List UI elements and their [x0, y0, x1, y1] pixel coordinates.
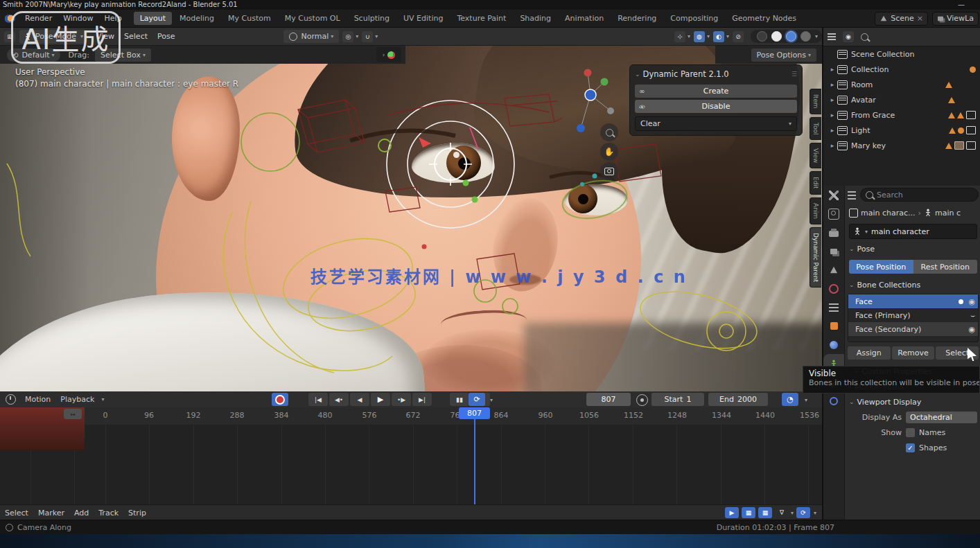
screen-icon[interactable]: [966, 111, 976, 119]
filter-funnel-icon[interactable]: ∇: [775, 507, 789, 518]
tab-tool[interactable]: [823, 186, 844, 204]
workspace-tab-uv-editing[interactable]: UV Editing: [397, 12, 449, 25]
footer-menu-marker[interactable]: Marker: [33, 509, 69, 518]
armature-name-field[interactable]: ▾ main character: [849, 224, 977, 239]
play-reverse-button[interactable]: ◀: [350, 393, 369, 406]
outliner-row-collection[interactable]: ▸ Collection: [823, 62, 980, 77]
3d-viewport[interactable]: ✋ User Perspective (807) main character …: [0, 46, 822, 391]
breadcrumb-object[interactable]: main charac...: [861, 209, 916, 218]
timeline-ruler[interactable]: 0 96 192 288 384 480 576 672 768 864 960…: [0, 407, 822, 425]
image-icon[interactable]: [954, 141, 964, 150]
tab-view-layer[interactable]: [823, 242, 844, 260]
visibility-eye-icon[interactable]: ◉: [968, 325, 975, 334]
pan-hand-icon[interactable]: ✋: [600, 143, 618, 161]
footer-menu-add[interactable]: Add: [69, 509, 94, 518]
remove-button[interactable]: Remove: [892, 346, 935, 360]
tab-object[interactable]: [823, 317, 844, 335]
armature-icon[interactable]: [945, 143, 952, 149]
camera-view-icon[interactable]: [600, 162, 618, 180]
start-frame-field[interactable]: Start1: [651, 393, 704, 406]
auto-key-button[interactable]: [272, 393, 288, 406]
tab-physics[interactable]: [823, 335, 844, 354]
panel-drag-handle[interactable]: ☰: [791, 71, 797, 78]
search-icon[interactable]: [861, 33, 868, 41]
solo-dot-icon[interactable]: [959, 299, 963, 304]
menu-pose[interactable]: Pose: [152, 32, 180, 41]
end-frame-field[interactable]: End2000: [708, 393, 768, 406]
expand-icon[interactable]: ▸: [828, 112, 837, 118]
scene-unlink-icon[interactable]: ×: [917, 14, 923, 23]
visibility-eye-closed-icon[interactable]: ⌣: [970, 311, 975, 320]
rest-position-button[interactable]: Rest Position: [913, 260, 978, 274]
chevron-down-icon[interactable]: ⌄: [635, 71, 640, 78]
armature-icon[interactable]: [945, 82, 952, 88]
sidebar-tab-anim[interactable]: Anim: [810, 197, 821, 224]
properties-editor-icon[interactable]: [848, 191, 856, 200]
sidebar-tab-tool[interactable]: Tool: [810, 117, 821, 140]
bone-collections-panel-header[interactable]: ⌄ Bone Collections: [845, 277, 980, 292]
transform-orientation-dropdown[interactable]: Normal ▾: [283, 30, 339, 43]
assign-button[interactable]: Assign: [848, 346, 891, 360]
timeline-menu-playback[interactable]: Playback: [55, 395, 99, 404]
workspace-tab-my-custom-ol[interactable]: My Custom OL: [279, 12, 347, 25]
expand-icon[interactable]: ▸: [828, 127, 837, 134]
workspace-tab-my-custom[interactable]: My Custom: [222, 12, 277, 25]
outliner-row-avatar[interactable]: ▸ Avatar: [823, 92, 980, 107]
create-button[interactable]: ∞ Create: [635, 85, 797, 98]
bone-collection-face[interactable]: Face ◉: [848, 294, 978, 308]
screen-icon[interactable]: [966, 141, 976, 150]
workspace-tab-geometry-nodes[interactable]: Geometry Nodes: [726, 12, 803, 25]
workspace-tab-texture-paint[interactable]: Texture Paint: [450, 12, 512, 25]
playhead-line[interactable]: [474, 419, 475, 504]
playhead-frame-badge[interactable]: 807: [459, 407, 490, 419]
shading-rendered-icon[interactable]: [800, 31, 811, 42]
breadcrumb-data[interactable]: main c: [935, 209, 961, 218]
playback-sync-button[interactable]: ⟳: [469, 393, 485, 406]
disable-button[interactable]: ⧞ Disable: [635, 100, 797, 113]
outliner-row-room[interactable]: ▸ Room: [823, 77, 980, 92]
prev-keyframe-button[interactable]: ◀•: [329, 393, 349, 406]
workspace-tab-shading[interactable]: Shading: [514, 12, 557, 25]
workspace-tab-animation[interactable]: Animation: [559, 12, 610, 25]
pose-options-dropdown[interactable]: Pose Options ▾: [751, 48, 816, 62]
names-checkbox[interactable]: [906, 428, 915, 437]
jump-end-button[interactable]: ▶|: [412, 393, 432, 406]
current-frame-field[interactable]: 807: [586, 393, 631, 406]
scroll-handle[interactable]: ↔: [64, 409, 82, 419]
tab-collection[interactable]: [823, 298, 844, 317]
zoom-tool-icon[interactable]: [600, 123, 618, 141]
thumbnail-icon[interactable]: ▦: [758, 507, 772, 518]
tab-render[interactable]: [823, 204, 844, 223]
filter-icon[interactable]: [828, 33, 836, 40]
footer-menu-strip[interactable]: Strip: [123, 509, 151, 518]
thumbnail-icon[interactable]: ▦: [742, 507, 755, 518]
armature-icon[interactable]: [949, 127, 956, 134]
sync-icon[interactable]: ⟳: [796, 507, 810, 518]
solo-track-icon[interactable]: ▶: [725, 507, 739, 518]
bone-collection-face-secondary[interactable]: Face (Secondary) ◉: [848, 322, 978, 336]
sidebar-tab-dynamic-parent[interactable]: Dynamic Parent: [810, 227, 821, 288]
viewport-display-panel-header[interactable]: ⌄ Viewport Display: [845, 394, 980, 409]
clear-dropdown[interactable]: Clear ▾: [635, 116, 797, 131]
snap-button[interactable]: ◔: [782, 393, 798, 406]
armature-icon[interactable]: [948, 112, 955, 118]
shapes-checkbox[interactable]: ✓: [906, 443, 915, 452]
expand-icon[interactable]: ▸: [828, 81, 837, 88]
xray-icon[interactable]: ⊘: [733, 31, 744, 42]
display-mode-icon[interactable]: ◉: [843, 31, 854, 42]
tab-bone-constraint[interactable]: [823, 391, 844, 410]
expand-icon[interactable]: ▸: [828, 96, 837, 103]
proportional-edit-icon[interactable]: ◐: [713, 31, 724, 42]
menu-select[interactable]: Select: [119, 32, 152, 41]
display-as-dropdown[interactable]: Octahedral: [906, 412, 977, 423]
pivot-point-icon[interactable]: ◎: [342, 31, 353, 42]
pause-button[interactable]: ▮▮: [450, 393, 469, 406]
bone-collection-face-primary[interactable]: Face (Primary) ⌣: [848, 308, 978, 322]
pose-position-button[interactable]: Pose Position: [849, 260, 913, 274]
light-icon[interactable]: [958, 127, 964, 134]
sidebar-tab-item[interactable]: Item: [810, 89, 821, 114]
workspace-tab-sculpting[interactable]: Sculpting: [348, 12, 396, 25]
shading-material-icon[interactable]: [786, 31, 796, 42]
shading-wireframe-icon[interactable]: [757, 31, 767, 42]
workspace-tab-modeling[interactable]: Modeling: [173, 12, 220, 25]
